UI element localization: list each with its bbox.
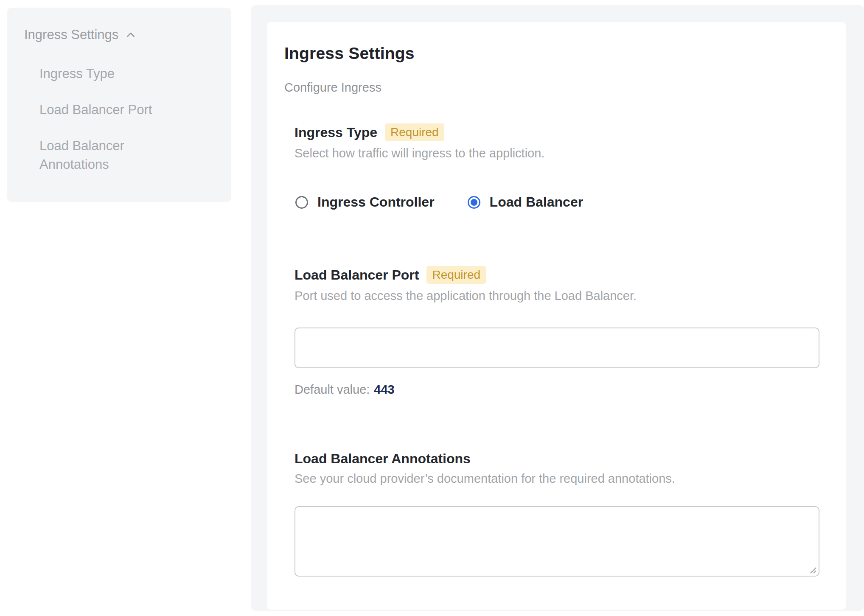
ingress-settings-card: Ingress Settings Configure Ingress Ingre… [267, 22, 846, 610]
sidebar-item-list: Ingress Type Load Balancer Port Load Bal… [24, 64, 216, 174]
chevron-up-icon [124, 28, 137, 41]
default-value-label: Default value: [295, 383, 370, 396]
load-balancer-port-help: Port used to access the application thro… [295, 289, 828, 303]
section-load-balancer-port: Load Balancer Port Required Port used to… [295, 266, 828, 397]
page-subtitle: Configure Ingress [284, 81, 828, 95]
ingress-type-radio-group: Ingress Controller Load Balancer [295, 194, 828, 210]
sidebar-item-load-balancer-annotations[interactable]: Load Balancer Annotations [39, 137, 192, 174]
load-balancer-annotations-help: See your cloud provider’s documentation … [295, 472, 828, 486]
radio-ingress-controller[interactable] [295, 196, 308, 209]
default-value: 443 [374, 383, 394, 396]
load-balancer-annotations-textarea[interactable] [295, 506, 819, 577]
load-balancer-annotations-label: Load Balancer Annotations [295, 451, 471, 467]
radio-label-ingress-controller: Ingress Controller [317, 194, 435, 210]
sidebar-group-ingress-settings[interactable]: Ingress Settings [24, 27, 216, 42]
sidebar-group-label: Ingress Settings [24, 27, 118, 42]
page-title: Ingress Settings [284, 44, 828, 63]
settings-sidebar: Ingress Settings Ingress Type Load Balan… [7, 8, 231, 202]
sidebar-item-load-balancer-port[interactable]: Load Balancer Port [39, 101, 192, 119]
radio-option-ingress-controller[interactable]: Ingress Controller [295, 194, 435, 210]
radio-load-balancer[interactable] [468, 196, 480, 209]
ingress-type-label: Ingress Type [295, 125, 377, 140]
load-balancer-port-label: Load Balancer Port [295, 267, 419, 283]
default-value-line: Default value:443 [295, 383, 828, 397]
ingress-type-help: Select how traffic will ingress to the a… [295, 146, 828, 160]
section-load-balancer-annotations: Load Balancer Annotations See your cloud… [295, 451, 828, 577]
radio-label-load-balancer: Load Balancer [490, 194, 583, 210]
config-main-panel: Ingress Settings Configure Ingress Ingre… [251, 5, 864, 611]
radio-option-load-balancer[interactable]: Load Balancer [468, 194, 583, 210]
section-ingress-type: Ingress Type Required Select how traffic… [295, 123, 828, 210]
load-balancer-port-input[interactable] [295, 328, 819, 368]
sidebar-item-ingress-type[interactable]: Ingress Type [39, 64, 192, 83]
required-badge: Required [426, 266, 486, 284]
required-badge: Required [385, 123, 444, 141]
